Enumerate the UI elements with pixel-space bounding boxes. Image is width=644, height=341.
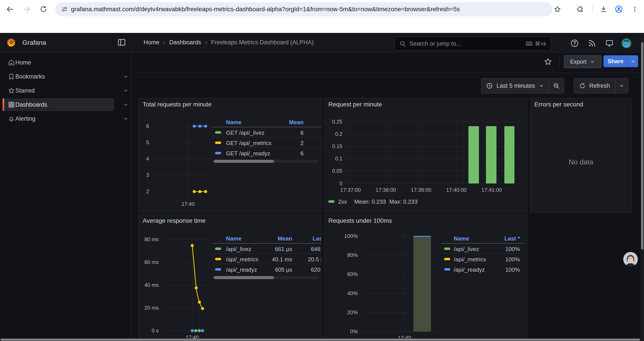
panel-request-per-minute[interactable]: Request per minute 0.25 0.2 0.15 0.1 0.0… (324, 98, 528, 213)
data-point (194, 329, 197, 332)
browser-back-button[interactable] (5, 5, 15, 14)
help-button[interactable] (570, 39, 579, 48)
refresh-controls: Refresh (574, 78, 628, 94)
star-dashboard-button[interactable] (544, 57, 552, 66)
screen-share-button[interactable] (605, 39, 614, 48)
horizontal-scrollbar-thumb[interactable] (0, 338, 640, 341)
legend-scrollbar-thumb[interactable] (214, 276, 274, 279)
panel-title[interactable]: Errors per second (534, 101, 583, 108)
clock-icon (486, 82, 493, 89)
y-tick: 60% (338, 271, 358, 277)
legend-header-name[interactable]: Name (226, 119, 242, 126)
legend-series-name[interactable]: GET /api/_metrics (226, 140, 272, 147)
assistant-avatar-image (623, 252, 638, 267)
legend-series-name[interactable]: 2xx (338, 198, 347, 205)
browser-profile-button[interactable] (614, 5, 624, 14)
sidebar-item-bookmarks[interactable]: Bookmarks (3, 70, 114, 83)
panel-title[interactable]: Request per minute (328, 101, 382, 108)
breadcrumb-dashboards[interactable]: Dashboards (169, 39, 201, 46)
legend-row-separator (212, 137, 322, 137)
legend-series-name[interactable]: GET /api/_livez (226, 129, 264, 136)
legend-header-name[interactable]: Name (454, 235, 469, 242)
legend-header-last[interactable]: Last * (492, 235, 520, 242)
avatar-art (624, 40, 629, 42)
legend-series-name[interactable]: /api/_livez (454, 246, 479, 253)
export-button[interactable]: Export (564, 55, 602, 68)
legend-header-last[interactable]: Last * (295, 235, 322, 242)
refresh-icon (579, 83, 586, 89)
mega-menu-dock-toggle[interactable] (117, 38, 126, 47)
kebab-menu-icon (632, 6, 638, 13)
zoom-out-time-button[interactable] (549, 79, 564, 93)
grafana-brand[interactable]: Grafana (6, 33, 46, 52)
refresh-button[interactable]: Refresh (574, 79, 615, 93)
data-point (193, 190, 196, 193)
refresh-interval-button[interactable] (615, 79, 628, 93)
legend-header-mean[interactable]: Mean (259, 235, 292, 242)
y-tick: 40% (338, 290, 358, 296)
extensions-button[interactable] (575, 5, 585, 14)
panel-title[interactable]: Total requests per minute (143, 101, 212, 108)
legend-last-value: 100% (492, 256, 520, 263)
y-tick: 0 s (141, 327, 159, 334)
panel-requests-under-100ms[interactable]: Requests under 100ms 100% 80% 60% 40% 20… (324, 214, 528, 341)
browser-forward-button[interactable] (22, 5, 32, 14)
breadcrumb-separator: › (205, 39, 207, 46)
address-bar[interactable]: grafana.mathmast.com/d/deytv4rwavabkb/fr… (55, 2, 552, 16)
legend-series-name[interactable]: /api/_metrics (226, 256, 258, 263)
chevron-down-icon[interactable] (123, 102, 129, 108)
sidebar-item-label: Dashboards (15, 101, 47, 108)
sidebar-item-starred[interactable]: Starred (3, 84, 114, 97)
legend-header-name[interactable]: Name (226, 235, 242, 242)
breadcrumb-home[interactable]: Home (144, 39, 159, 46)
sidebar-item-label: Alerting (15, 115, 36, 122)
browser-reload-button[interactable] (38, 5, 48, 14)
legend-header-underline (212, 243, 322, 244)
news-button[interactable] (588, 39, 596, 48)
downloads-button[interactable] (599, 5, 608, 14)
user-avatar[interactable] (622, 38, 631, 48)
assistant-avatar-widget[interactable] (623, 252, 638, 267)
series-color-pill (328, 200, 334, 203)
legend-series-name[interactable]: /api/_readyz (454, 266, 485, 273)
legend-series-name[interactable]: /api/_livez (226, 246, 252, 253)
y-tick: 80% (338, 252, 358, 258)
panel-total-requests[interactable]: Total requests per minute 6 5 4 3 2 17:4… (138, 98, 322, 213)
site-settings-icon[interactable] (61, 6, 68, 13)
bookmark-page-button[interactable] (552, 5, 562, 14)
vertical-scrollbar-thumb[interactable] (641, 42, 643, 249)
search-icon (400, 40, 406, 47)
gridline (404, 233, 405, 331)
header-divider (131, 72, 644, 73)
chevron-down-icon[interactable] (123, 88, 129, 94)
panel-title[interactable]: Requests under 100ms (328, 217, 392, 224)
bookmarks-bar: Freeleaps 收藏博客 (0, 19, 644, 33)
time-range-picker[interactable]: Last 5 minutes (482, 79, 549, 93)
legend-header-mean[interactable]: Mean (271, 119, 304, 126)
x-tick: 17:40 (177, 201, 199, 207)
panel-avg-response-time[interactable]: Average response time 80 ms 60 ms 40 ms … (138, 214, 322, 341)
search-input[interactable]: Search or jump to... ⌘+k (394, 37, 551, 51)
share-button-group: Share (604, 55, 638, 67)
data-point (201, 329, 204, 332)
sidebar-item-alerting[interactable]: Alerting (3, 112, 114, 125)
sidebar-item-dashboards[interactable]: Dashboards (3, 98, 114, 111)
panel-errors-per-second[interactable]: Errors per second No data (530, 98, 632, 213)
share-button[interactable]: Share (604, 55, 628, 67)
chevron-down-icon[interactable] (123, 116, 129, 122)
sidebar-item-home[interactable]: Home (3, 56, 114, 69)
legend-mean-value: 661 µs (259, 246, 292, 253)
refresh-label: Refresh (589, 83, 610, 89)
series-color-pill (215, 268, 221, 270)
legend-series-name[interactable]: GET /api/_readyz (226, 150, 270, 157)
data-point (191, 329, 194, 332)
browser-menu-button[interactable] (630, 5, 640, 14)
legend-scrollbar-thumb[interactable] (214, 160, 274, 163)
y-tick: 6 (140, 123, 149, 129)
legend-series-name[interactable]: /api/_readyz (226, 266, 257, 273)
chevron-down-icon[interactable] (123, 74, 129, 80)
panel-title[interactable]: Average response time (143, 217, 206, 224)
share-menu-button[interactable] (628, 55, 638, 67)
chevron-down-icon (538, 83, 544, 89)
legend-series-name[interactable]: /api/_metrics (454, 256, 486, 263)
